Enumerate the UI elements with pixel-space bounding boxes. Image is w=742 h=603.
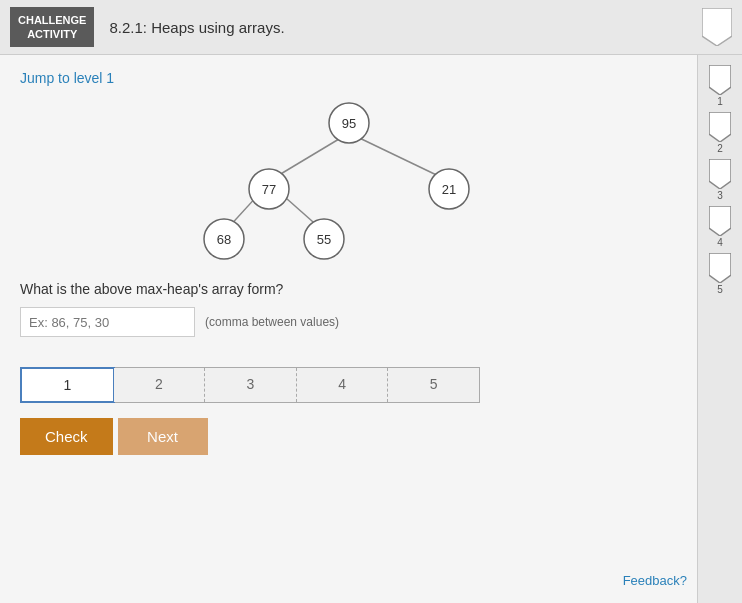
right-sidebar: 1 2 3 4 5 xyxy=(697,55,742,603)
svg-text:21: 21 xyxy=(441,182,455,197)
sidebar-level-2[interactable]: 2 xyxy=(709,112,731,154)
svg-marker-12 xyxy=(709,112,731,142)
feedback-link[interactable]: Feedback? xyxy=(623,573,687,588)
jump-to-level-link[interactable]: Jump to level 1 xyxy=(20,70,677,86)
svg-marker-14 xyxy=(709,206,731,236)
node-77: 77 xyxy=(249,169,289,209)
svg-text:68: 68 xyxy=(216,232,230,247)
question-text: What is the above max-heap's array form? xyxy=(20,281,677,297)
sidebar-level-5[interactable]: 5 xyxy=(709,253,731,295)
answer-input[interactable] xyxy=(20,307,195,337)
sidebar-level-1[interactable]: 1 xyxy=(709,65,731,107)
challenge-activity-badge: CHALLENGE ACTIVITY xyxy=(10,7,94,48)
svg-marker-0 xyxy=(702,8,732,46)
node-68: 68 xyxy=(204,219,244,259)
tab-3[interactable]: 3 xyxy=(205,368,297,402)
answer-input-row: (comma between values) xyxy=(20,307,677,337)
tab-1[interactable]: 1 xyxy=(20,367,115,403)
svg-text:77: 77 xyxy=(261,182,275,197)
svg-marker-13 xyxy=(709,159,731,189)
svg-text:55: 55 xyxy=(316,232,330,247)
tab-2[interactable]: 2 xyxy=(114,368,206,402)
header-bookmark-icon[interactable] xyxy=(702,8,732,46)
main-area: Jump to level 1 95 77 xyxy=(0,55,742,603)
svg-marker-11 xyxy=(709,65,731,95)
tab-4[interactable]: 4 xyxy=(297,368,389,402)
sidebar-level-3[interactable]: 3 xyxy=(709,159,731,201)
content-area: Jump to level 1 95 77 xyxy=(0,55,697,603)
sidebar-level-4[interactable]: 4 xyxy=(709,206,731,248)
heap-tree-svg: 95 77 21 68 xyxy=(159,101,539,261)
level-tabs: 1 2 3 4 5 xyxy=(20,367,480,403)
svg-marker-15 xyxy=(709,253,731,283)
edge-95-21 xyxy=(349,133,449,181)
header: CHALLENGE ACTIVITY 8.2.1: Heaps using ar… xyxy=(0,0,742,55)
node-95: 95 xyxy=(329,103,369,143)
node-21: 21 xyxy=(429,169,469,209)
next-button[interactable]: Next xyxy=(118,418,208,455)
input-hint: (comma between values) xyxy=(205,315,339,329)
tree-diagram: 95 77 21 68 xyxy=(20,101,677,261)
svg-text:95: 95 xyxy=(341,116,355,131)
page-title: 8.2.1: Heaps using arrays. xyxy=(109,19,702,36)
check-button[interactable]: Check xyxy=(20,418,113,455)
node-55: 55 xyxy=(304,219,344,259)
tab-5[interactable]: 5 xyxy=(388,368,479,402)
action-buttons: Check Next xyxy=(20,418,677,455)
